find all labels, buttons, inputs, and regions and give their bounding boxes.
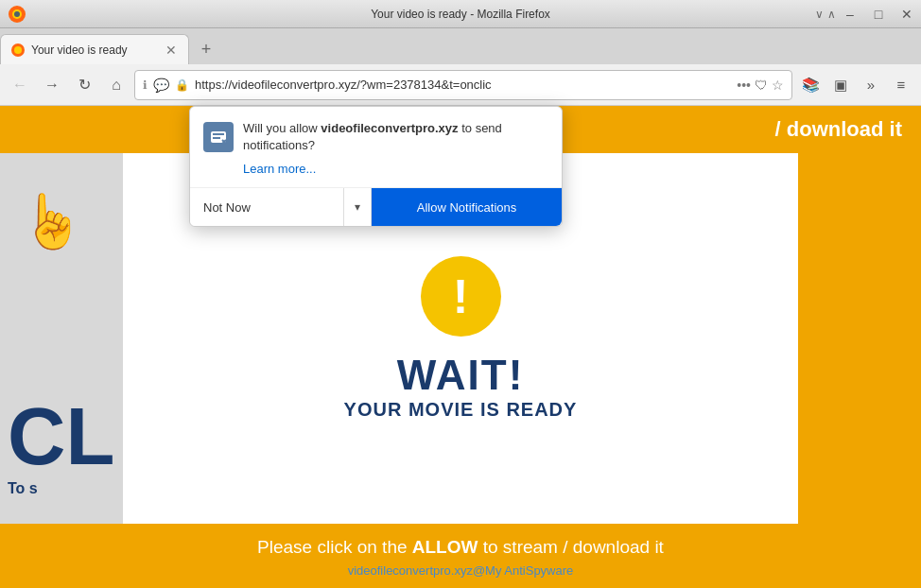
- tab-close-button[interactable]: ✕: [164, 41, 179, 60]
- address-bar[interactable]: ℹ 💬 🔒 https://videofileconvertpro.xyz/?w…: [134, 70, 792, 100]
- to-s-text: To s: [8, 480, 38, 497]
- titlebar-arrows: ∨ ∧: [815, 0, 836, 28]
- overflow-button[interactable]: »: [857, 71, 885, 99]
- menu-button[interactable]: ≡: [887, 71, 915, 99]
- firefox-logo: [8, 5, 26, 27]
- bottom-sub-text: videofileconvertpro.xyz@My AntiSpyware: [123, 562, 798, 588]
- movie-ready-text: YOUR MOVIE IS READY: [344, 399, 578, 421]
- allow-notifications-button[interactable]: Allow Notifications: [372, 188, 562, 226]
- wait-text: WAIT!: [397, 352, 525, 399]
- more-icon[interactable]: •••: [737, 78, 751, 93]
- notif-buttons: Not Now ▾ Allow Notifications: [190, 187, 562, 226]
- left-sidebar: CL To s ☝: [0, 153, 123, 524]
- window-title: Your video is ready - Mozilla Firefox: [371, 8, 550, 21]
- refresh-button[interactable]: ↻: [70, 71, 98, 99]
- exclamation-icon: !: [453, 273, 469, 320]
- home-button[interactable]: ⌂: [102, 71, 130, 99]
- notif-header: Will you allow videofileconvertpro.xyz t…: [203, 120, 548, 154]
- lock-icon: 🔒: [175, 78, 189, 92]
- notif-text: Will you allow videofileconvertpro.xyz t…: [243, 120, 548, 154]
- url-text: https://videofileconvertpro.xyz/?wm=2378…: [195, 78, 731, 92]
- tab-label: Your video is ready: [31, 43, 158, 57]
- chevron-down-icon[interactable]: ∨: [815, 8, 824, 21]
- sub-link: videofileconvertpro.xyz@My AntiSpyware: [348, 563, 574, 578]
- hand-pointer-icon: ☝: [19, 191, 84, 252]
- right-nav-icons: 📚 ▣ » ≡: [796, 71, 915, 99]
- right-sidebar: [798, 153, 921, 524]
- titlebar: Your video is ready - Mozilla Firefox ∨ …: [0, 0, 921, 28]
- svg-point-4: [14, 46, 22, 54]
- library-button[interactable]: 📚: [796, 71, 825, 99]
- titlebar-controls: – □ ✕: [836, 0, 921, 28]
- tab-favicon: [10, 43, 26, 58]
- info-icon[interactable]: ℹ: [143, 78, 148, 92]
- star-icon[interactable]: ☆: [772, 78, 784, 93]
- svg-point-2: [14, 11, 20, 17]
- warning-circle: !: [421, 256, 501, 337]
- new-tab-button[interactable]: +: [193, 36, 219, 62]
- notif-question: Will you allow videofileconvertpro.xyz t…: [243, 121, 502, 152]
- notif-domain: videofileconvertpro.xyz: [321, 121, 458, 135]
- cl-text: CL: [8, 396, 114, 476]
- svg-rect-7: [213, 137, 220, 139]
- chevron-up-icon[interactable]: ∧: [827, 8, 836, 21]
- dropdown-button[interactable]: ▾: [343, 188, 372, 226]
- tabbar: Your video is ready ✕ +: [0, 28, 921, 64]
- forward-button[interactable]: →: [38, 71, 66, 99]
- sidebar-button[interactable]: ▣: [826, 71, 855, 99]
- back-button[interactable]: ←: [6, 71, 34, 99]
- svg-rect-6: [213, 133, 224, 135]
- maximize-button[interactable]: □: [864, 0, 893, 28]
- close-button[interactable]: ✕: [893, 0, 921, 28]
- navbar: ← → ↻ ⌂ ℹ 💬 🔒 https://videofileconvertpr…: [0, 64, 921, 106]
- notification-icon: [203, 122, 234, 152]
- bottom-text: Please click on the ALLOW to stream / do…: [123, 524, 798, 562]
- bottom-section: Please click on the ALLOW to stream / do…: [0, 524, 921, 588]
- notification-popup: Will you allow videofileconvertpro.xyz t…: [189, 106, 563, 227]
- shield-icon[interactable]: 🛡: [755, 78, 768, 93]
- address-icons: ••• 🛡 ☆: [737, 78, 784, 93]
- chat-icon: 💬: [153, 78, 169, 93]
- active-tab[interactable]: Your video is ready ✕: [0, 34, 189, 64]
- not-now-button[interactable]: Not Now: [190, 188, 343, 226]
- allow-text: ALLOW: [412, 537, 478, 557]
- learn-more-link[interactable]: Learn more...: [243, 162, 548, 176]
- minimize-button[interactable]: –: [836, 0, 864, 28]
- top-bar-text: / download it: [775, 117, 902, 142]
